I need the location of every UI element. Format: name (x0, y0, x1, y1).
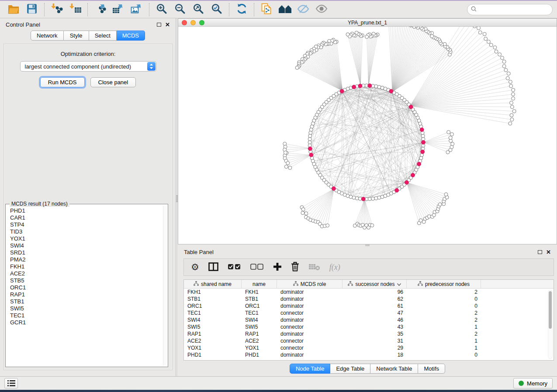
mcds-result-node[interactable]: ACE2 (7, 270, 163, 277)
mcds-result-node[interactable]: STB1 (7, 298, 163, 305)
hide-selected-button[interactable] (294, 2, 312, 17)
select-all-icon (228, 263, 241, 272)
mcds-result-node[interactable]: ORC1 (7, 284, 163, 291)
close-window-icon[interactable] (182, 20, 187, 25)
search-field[interactable] (467, 4, 553, 15)
close-panel-button[interactable]: Close panel (90, 77, 136, 87)
zoom-in-button[interactable] (152, 2, 171, 17)
tab-network[interactable]: Network (31, 31, 64, 41)
minimize-window-icon[interactable] (190, 20, 196, 25)
column-header-predecessor-nodes[interactable]: predecessor nodes (407, 280, 481, 288)
close-table-panel-icon[interactable]: ✕ (546, 249, 551, 255)
function-builder-button[interactable]: f(x) (329, 263, 340, 272)
mcds-result-node[interactable]: RAP1 (7, 291, 163, 298)
zoom-selected-button[interactable] (208, 2, 226, 17)
mcds-result-node[interactable]: GCR1 (7, 319, 163, 326)
show-all-button[interactable] (312, 2, 331, 17)
tab-edge-table[interactable]: Edge Table (330, 364, 370, 374)
show-columns-icon (208, 262, 218, 272)
table-panel: Table Panel ✕ ⚙f(x) shared namenameMCDS … (178, 246, 557, 376)
table-row[interactable]: PHD1PHD1dominator180 (184, 351, 554, 358)
delete-selected-button[interactable] (291, 261, 299, 273)
zoom-fit-button[interactable] (189, 2, 208, 17)
node-table: shared namenameMCDS rolesuccessor nodesp… (183, 279, 554, 361)
import-network-button[interactable] (48, 2, 66, 17)
tab-motifs[interactable]: Motifs (418, 364, 445, 374)
tab-node-table[interactable]: Node Table (290, 364, 331, 374)
mcds-result-node[interactable]: YOX1 (7, 235, 163, 242)
open-file-button[interactable] (4, 2, 23, 17)
save-session-button[interactable] (23, 2, 41, 17)
close-panel-icon[interactable]: ✕ (165, 22, 170, 28)
mcds-result-list[interactable]: PHD1CAR1STP4TID3YOX1SWI4SRD1PMA2FKH1ACE2… (7, 205, 163, 366)
table-scrollbar-thumb[interactable] (549, 291, 552, 329)
memory-button[interactable]: Memory (513, 378, 553, 389)
show-columns-button[interactable] (208, 262, 218, 272)
node-table-header-row: shared namenameMCDS rolesuccessor nodesp… (184, 280, 554, 289)
function-builder-icon: f(x) (329, 263, 340, 272)
first-neighbors-button[interactable] (276, 2, 294, 17)
table-row[interactable]: SWI5SWI5connector431 (184, 323, 554, 330)
add-column-button[interactable] (273, 262, 282, 272)
mcds-tab-content: Optimization criterion: largest connecte… (3, 44, 173, 370)
column-header-successor-nodes[interactable]: successor nodes (343, 280, 407, 288)
float-table-panel-icon[interactable] (538, 250, 542, 254)
export-image-button[interactable] (128, 2, 146, 17)
mcds-result-scrollbar[interactable] (163, 205, 167, 366)
mcds-result-node[interactable]: CAR1 (7, 214, 163, 221)
mcds-result-node[interactable]: TEC1 (7, 312, 163, 319)
list-icon (7, 380, 15, 386)
zoom-window-icon[interactable] (199, 20, 204, 25)
control-panel-title: Control Panel (6, 21, 40, 28)
table-row[interactable]: ACE2ACE2connector311 (184, 337, 554, 344)
tab-select[interactable]: Select (89, 31, 117, 41)
select-all-button[interactable] (228, 263, 241, 272)
tab-style[interactable]: Style (64, 31, 89, 41)
delete-column-button[interactable] (308, 263, 320, 272)
mcds-result-node[interactable]: SRD1 (7, 249, 163, 256)
table-toolbar: ⚙f(x) (183, 258, 554, 276)
zoom-out-button[interactable] (171, 2, 189, 17)
mcds-result-node[interactable]: PHD1 (7, 207, 163, 214)
export-network-icon (94, 3, 107, 16)
export-table-button[interactable] (109, 2, 128, 17)
mcds-result-node[interactable]: TID3 (7, 228, 163, 235)
new-network-from-selection-button[interactable] (257, 2, 276, 17)
table-row[interactable]: TEC1TEC1connector472 (184, 309, 554, 316)
run-mcds-button[interactable]: Run MCDS (40, 77, 85, 87)
sort-desc-icon (397, 281, 401, 287)
column-header-shared-name[interactable]: shared name (184, 280, 242, 288)
control-panel: Control Panel ✕ NetworkStyleSelectMCDS O… (0, 18, 176, 376)
table-row[interactable]: YOX1YOX1connector291 (184, 344, 554, 351)
tab-network-table[interactable]: Network Table (370, 364, 418, 374)
status-bar: Memory (0, 376, 557, 390)
export-network-button[interactable] (91, 2, 109, 17)
table-row[interactable]: ORC1ORC1dominator610 (184, 303, 554, 309)
tab-mcds[interactable]: MCDS (117, 31, 145, 41)
mcds-result-node[interactable]: STB5 (7, 277, 163, 284)
settings-button[interactable]: ⚙ (191, 263, 199, 272)
mcds-result-node[interactable]: FKH1 (7, 263, 163, 270)
mcds-result-node[interactable]: SWI5 (7, 305, 163, 312)
table-row[interactable]: SWI4SWI4dominator462 (184, 316, 554, 323)
unselect-all-button[interactable] (250, 263, 264, 272)
tree-icon (293, 281, 298, 287)
import-table-button[interactable] (66, 2, 84, 17)
refresh-view-button[interactable] (232, 2, 251, 17)
search-input[interactable] (479, 7, 549, 13)
mcds-result-box: MCDS result (17 nodes) PHD1CAR1STP4TID3Y… (5, 204, 168, 367)
table-scrollbar[interactable] (548, 290, 553, 359)
task-history-button[interactable] (4, 378, 18, 389)
optimization-criterion-select[interactable]: largest connected component (undirected) (20, 61, 156, 72)
mcds-result-node[interactable]: SWI4 (7, 242, 163, 249)
network-window-titlebar[interactable]: YPA_prune.txt_1 (178, 19, 557, 27)
float-panel-icon[interactable] (157, 23, 161, 27)
table-row[interactable]: FKH1FKH1dominator962 (184, 289, 554, 296)
network-view-canvas[interactable] (178, 27, 557, 244)
column-header-name[interactable]: name (242, 280, 277, 288)
mcds-result-node[interactable]: PMA2 (7, 256, 163, 263)
column-header-MCDS-role[interactable]: MCDS role (277, 280, 343, 288)
table-row[interactable]: RAP1RAP1dominator352 (184, 330, 554, 337)
mcds-result-node[interactable]: STP4 (7, 221, 163, 228)
table-row[interactable]: STB1STB1dominator620 (184, 296, 554, 303)
